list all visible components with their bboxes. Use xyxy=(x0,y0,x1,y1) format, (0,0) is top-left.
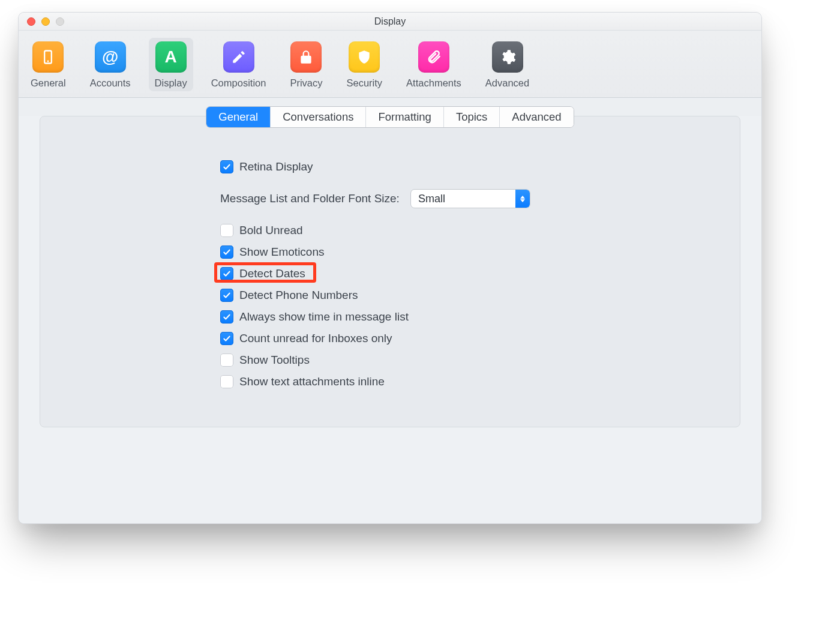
setting-label: Message List and Folder Font Size: xyxy=(220,192,400,205)
toolbar-general[interactable]: General xyxy=(25,38,72,91)
general-icon xyxy=(32,41,64,73)
toolbar-label: Accounts xyxy=(90,77,131,89)
general-display-form: Retina Display Message List and Folder F… xyxy=(40,128,740,403)
setting-always-show-time[interactable]: Always show time in message list xyxy=(220,310,722,324)
tab-conversations[interactable]: Conversations xyxy=(270,107,365,127)
setting-count-unread-inboxes[interactable]: Count unread for Inboxes only xyxy=(220,332,722,345)
select-value: Small xyxy=(411,190,515,208)
titlebar: Display xyxy=(19,13,761,31)
pencil-icon xyxy=(223,41,254,73)
setting-label: Bold Unread xyxy=(239,224,303,237)
tab-topics[interactable]: Topics xyxy=(443,107,499,127)
setting-show-emoticons[interactable]: Show Emoticons xyxy=(220,245,722,259)
toolbar-label: Composition xyxy=(211,77,266,89)
tab-general[interactable]: General xyxy=(206,107,270,127)
tab-advanced[interactable]: Advanced xyxy=(499,107,573,127)
setting-detect-phone[interactable]: Detect Phone Numbers xyxy=(220,289,722,302)
lock-icon xyxy=(290,41,322,73)
toolbar-label: Privacy xyxy=(290,77,322,89)
setting-show-text-attachments-inline[interactable]: Show text attachments inline xyxy=(220,375,722,388)
toolbar-security[interactable]: Security xyxy=(341,38,389,91)
checkbox-checked-icon[interactable] xyxy=(220,289,233,302)
checkbox-unchecked-icon[interactable] xyxy=(220,375,233,388)
checkbox-checked-icon[interactable] xyxy=(220,267,233,280)
toolbar-label: General xyxy=(31,77,66,89)
toolbar-label: Display xyxy=(155,77,187,89)
toolbar-label: Advanced xyxy=(485,77,529,89)
setting-detect-dates[interactable]: Detect Dates xyxy=(220,267,722,280)
window-title: Display xyxy=(19,16,761,27)
setting-show-tooltips[interactable]: Show Tooltips xyxy=(220,354,722,367)
checkbox-checked-icon[interactable] xyxy=(220,160,233,173)
toolbar-display[interactable]: A Display xyxy=(149,38,193,91)
sub-tabstrip: General Conversations Formatting Topics … xyxy=(206,106,574,128)
checkbox-checked-icon[interactable] xyxy=(220,332,233,345)
toolbar-label: Attachments xyxy=(406,77,461,89)
paperclip-icon xyxy=(418,41,449,73)
setting-label: Show Emoticons xyxy=(239,245,325,259)
checkbox-checked-icon[interactable] xyxy=(220,245,233,259)
setting-font-size: Message List and Folder Font Size: Small xyxy=(220,189,722,208)
toolbar-attachments[interactable]: Attachments xyxy=(400,38,467,91)
toolbar-composition[interactable]: Composition xyxy=(205,38,272,91)
toolbar-privacy[interactable]: Privacy xyxy=(284,38,328,91)
tab-formatting[interactable]: Formatting xyxy=(365,107,443,127)
toolbar-advanced[interactable]: Advanced xyxy=(479,38,535,91)
setting-label: Detect Phone Numbers xyxy=(239,289,358,302)
stepper-icon xyxy=(515,190,530,208)
checkbox-checked-icon[interactable] xyxy=(220,310,233,324)
display-icon: A xyxy=(155,41,187,73)
setting-label: Retina Display xyxy=(239,160,313,173)
at-sign-icon: @ xyxy=(95,41,126,73)
toolbar-label: Security xyxy=(347,77,383,89)
setting-label: Show Tooltips xyxy=(239,354,310,367)
setting-label: Detect Dates xyxy=(239,267,305,280)
font-size-select[interactable]: Small xyxy=(410,189,530,208)
setting-retina-display[interactable]: Retina Display xyxy=(220,160,722,173)
gear-icon xyxy=(492,41,523,73)
setting-label: Always show time in message list xyxy=(239,310,409,324)
checkbox-unchecked-icon[interactable] xyxy=(220,224,233,237)
setting-bold-unread[interactable]: Bold Unread xyxy=(220,224,722,237)
checkbox-unchecked-icon[interactable] xyxy=(220,354,233,367)
preferences-toolbar: General @ Accounts A Display Composition xyxy=(19,31,761,98)
setting-label: Show text attachments inline xyxy=(239,375,385,388)
content-area: General Conversations Formatting Topics … xyxy=(19,116,761,523)
shield-icon xyxy=(349,41,380,73)
preferences-window: Display General @ Accounts A Display xyxy=(18,12,762,524)
toolbar-accounts[interactable]: @ Accounts xyxy=(84,38,137,91)
display-settings-panel: General Conversations Formatting Topics … xyxy=(40,116,740,427)
setting-label: Count unread for Inboxes only xyxy=(239,332,392,345)
